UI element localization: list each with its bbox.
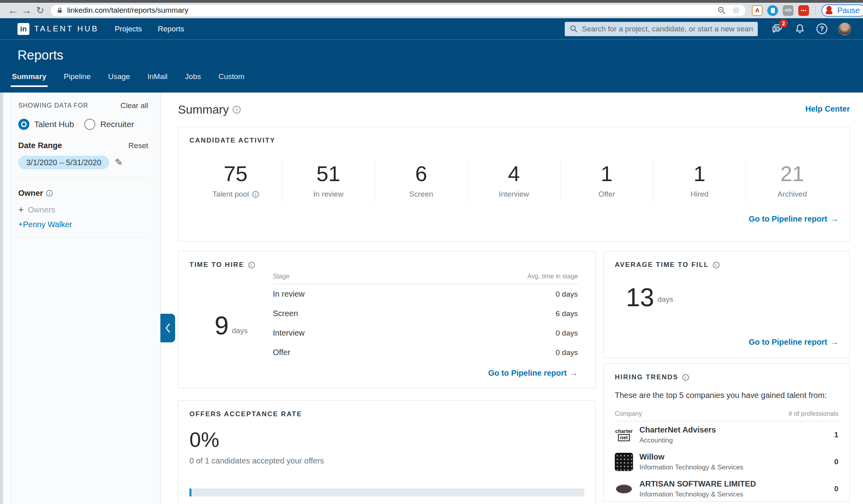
offers-acceptance-card: OFFERS ACCEPTANCE RATE 0% 0 of 1 candida… [178, 400, 596, 504]
offers-progress-bar [189, 489, 584, 496]
tab-inmail[interactable]: InMail [146, 72, 169, 87]
back-icon[interactable]: ← [6, 5, 20, 15]
tab-jobs[interactable]: Jobs [184, 72, 202, 87]
metric-interview: 4 Interview [468, 161, 561, 203]
notifications-bell-icon[interactable] [794, 23, 805, 35]
candidate-activity-metrics: 75 Talent pool 51 In review 6 Screen 4 I… [189, 161, 838, 203]
zoom-out-icon[interactable] [717, 6, 726, 15]
radio-talent-hub[interactable]: Talent Hub [18, 119, 74, 130]
owner-filter-penny-walker[interactable]: +Penny Walker [18, 220, 148, 229]
go-to-pipeline-report-link[interactable]: Go to Pipeline report [749, 214, 838, 223]
help-center-link[interactable]: Help Center [805, 104, 850, 114]
tab-pipeline[interactable]: Pipeline [63, 72, 92, 87]
metric-talent-pool: 75 Talent pool [189, 161, 282, 203]
tab-summary[interactable]: Summary [11, 72, 48, 87]
content: SHOWING DATA FOR Clear all Talent Hub Re… [0, 93, 863, 504]
pdf-extension-icon[interactable]: A [752, 5, 763, 16]
reload-icon[interactable]: ↻ [33, 6, 47, 15]
main-panel: Summary Help Center CANDIDATE ACTIVITY 7… [160, 93, 863, 504]
filters-sidebar: SHOWING DATA FOR Clear all Talent Hub Re… [0, 93, 160, 504]
address-bar[interactable]: linkedin.com/talent/reports/summary ☆ [51, 5, 745, 16]
company-count: 0 [834, 458, 838, 466]
metric-offer: 1 Offer [560, 161, 653, 203]
avg-time-column-header: Avg. time in stage [527, 273, 578, 280]
radio-talent-hub-label: Talent Hub [34, 120, 74, 129]
linkedin-logo[interactable]: in [17, 23, 29, 35]
metric-in-review: 51 In review [282, 161, 375, 203]
list-item[interactable]: charter net CharterNet Advisers Accounti… [615, 421, 838, 448]
company-count: 1 [834, 431, 838, 439]
time-to-hire-info-icon[interactable] [248, 262, 255, 268]
nav-icons: 2 ? [771, 23, 851, 35]
messages-icon[interactable]: 2 [771, 23, 783, 35]
hiring-trends-card: HIRING TRENDS These are the top 5 compan… [603, 363, 850, 502]
clear-all-button[interactable]: Clear all [120, 101, 148, 110]
offers-acceptance-caption: 0 of 1 candidates accepted your offers [189, 456, 584, 465]
company-name[interactable]: Willow [639, 452, 834, 462]
code-extension-icon[interactable]: </> [783, 5, 793, 16]
hiring-trends-subtitle: These are the top 5 companies you have g… [615, 391, 838, 400]
table-row: Screen 6 days [273, 304, 578, 323]
hiring-trends-info-icon[interactable] [682, 374, 689, 381]
company-count: 0 [834, 485, 838, 493]
blue-extension-icon[interactable] [767, 5, 778, 16]
go-to-pipeline-report-link[interactable]: Go to Pipeline report [488, 369, 578, 377]
add-owners-button[interactable]: + Owners [18, 205, 148, 214]
metric-hired: 1 Hired [653, 161, 746, 203]
stage-table: Stage Avg. time in stage In review 0 day… [273, 273, 584, 378]
bookmark-star-icon[interactable]: ☆ [732, 6, 740, 15]
browser-toolbar: ← → ↻ linkedin.com/talent/reports/summar… [0, 3, 863, 18]
help-icon[interactable]: ? [817, 23, 827, 34]
radio-recruiter[interactable]: Recruiter [84, 119, 134, 130]
sidebar-divider-bottom [18, 237, 148, 238]
forward-icon[interactable]: → [20, 5, 33, 15]
page: ← → ↻ linkedin.com/talent/reports/summar… [0, 0, 863, 504]
search-icon [570, 25, 578, 33]
red-extension-icon[interactable]: ••• [798, 5, 809, 16]
global-search[interactable] [565, 22, 758, 36]
hiring-trends-title: HIRING TRENDS [615, 373, 678, 381]
professionals-column-header: # of professionals [789, 410, 838, 417]
data-source-radios: Talent Hub Recruiter [18, 119, 148, 130]
candidate-activity-card: CANDIDATE ACTIVITY 75 Talent pool 51 In … [178, 127, 850, 241]
summary-info-icon[interactable] [233, 106, 241, 114]
stage-column-header: Stage [273, 273, 290, 280]
tab-custom[interactable]: Custom [217, 72, 245, 87]
date-range-pill[interactable]: 3/1/2020 – 5/31/2020 [18, 156, 109, 169]
sidebar-collapse-button[interactable] [160, 314, 175, 342]
list-item[interactable]: ARTISAN SOFTWARE LIMITED Information Tec… [615, 475, 838, 502]
pause-extension-pill[interactable]: Pause [821, 4, 863, 17]
company-industry: Information Technology & Services [639, 490, 834, 498]
table-row: Offer 0 days [273, 343, 578, 362]
messages-badge: 2 [779, 19, 788, 28]
plus-icon: + [18, 205, 24, 214]
lock-icon [56, 7, 63, 14]
owner-label: Owner [18, 189, 43, 198]
company-name[interactable]: ARTISAN SOFTWARE LIMITED [639, 479, 834, 489]
time-to-hire-title: TIME TO HIRE [189, 261, 244, 269]
tab-usage[interactable]: Usage [107, 72, 131, 87]
pause-label: Pause [837, 6, 860, 15]
list-item[interactable]: Willow Information Technology & Services… [615, 448, 838, 475]
average-time-to-fill-info-icon[interactable] [713, 262, 720, 268]
company-industry: Information Technology & Services [639, 463, 834, 471]
company-industry: Accounting [639, 436, 834, 444]
company-name[interactable]: CharterNet Advisers [639, 425, 834, 434]
nav-link-reports[interactable]: Reports [158, 25, 184, 33]
user-avatar[interactable] [838, 23, 851, 35]
search-input[interactable] [582, 25, 753, 33]
talent-pool-info-icon[interactable] [252, 191, 259, 198]
owner-info-icon[interactable] [46, 190, 53, 197]
average-time-to-fill-title: AVERAGE TIME TO FILL [615, 261, 709, 269]
reset-button[interactable]: Reset [128, 141, 148, 150]
chevron-left-icon [164, 322, 172, 334]
edit-pencil-icon[interactable]: ✎ [115, 158, 123, 167]
url-text[interactable]: linkedin.com/talent/reports/summary [67, 6, 714, 15]
average-time-to-fill-value: 13 days [626, 285, 838, 338]
top-nav: in TALENT HUB Projects Reports 2 ? [0, 18, 863, 93]
nav-link-projects[interactable]: Projects [115, 25, 142, 33]
go-to-pipeline-report-link[interactable]: Go to Pipeline report [749, 338, 838, 346]
offers-acceptance-title: OFFERS ACCEPTANCE RATE [189, 410, 302, 418]
brand-title: TALENT HUB [34, 24, 99, 33]
metric-screen: 6 Screen [375, 161, 468, 203]
